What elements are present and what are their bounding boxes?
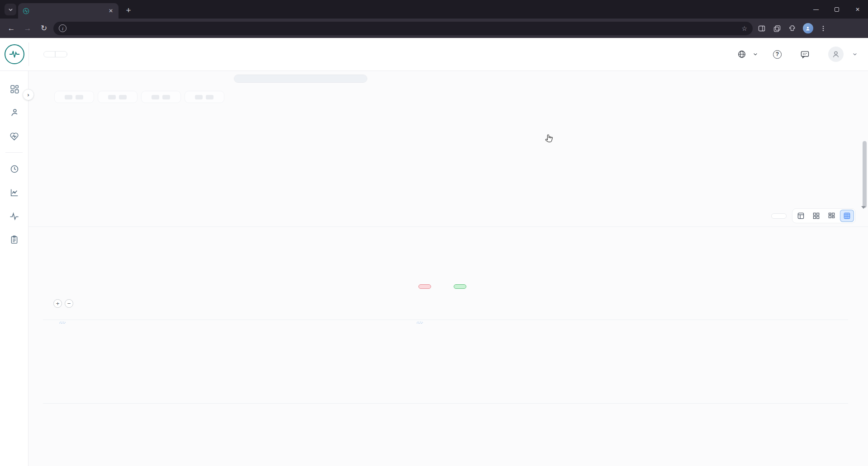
view-grid-mosaic-button[interactable] [825, 210, 839, 222]
event-cards-grid [373, 75, 856, 204]
user-avatar-icon [828, 47, 844, 62]
tab-close-icon[interactable]: ✕ [107, 7, 115, 15]
app-logo-heart-pulse-icon [5, 44, 24, 64]
reset-button[interactable] [418, 284, 431, 289]
language-selector[interactable] [738, 50, 758, 58]
chevron-down-icon [8, 7, 13, 12]
clipboard-icon [9, 235, 19, 245]
ecg-waveform [50, 239, 848, 310]
sidebar-collapse-button[interactable]: › [23, 89, 34, 100]
zoom-out-button[interactable]: − [65, 299, 73, 308]
patients-icon [9, 108, 19, 118]
day1-label [59, 322, 66, 324]
reload-button[interactable]: ↻ [37, 22, 51, 35]
view-grid-3x3-button[interactable] [840, 210, 854, 222]
bookmark-star-icon[interactable]: ☆ [741, 25, 747, 32]
sidebar-item-reports[interactable] [0, 228, 28, 251]
ecg-pulse-icon [9, 211, 19, 221]
clock-icon [9, 164, 19, 174]
grid-3x3-icon [844, 212, 850, 219]
side-panel-icon[interactable] [755, 22, 768, 35]
address-bar[interactable]: i ☆ [53, 22, 753, 35]
sidebar-item-patients[interactable] [0, 101, 28, 124]
extensions-icon[interactable] [786, 22, 799, 35]
view-grid-2x2-button[interactable] [809, 210, 823, 222]
dashboard-icon [9, 84, 19, 94]
forward-button[interactable]: → [21, 22, 34, 35]
hr-overview-chart[interactable] [43, 320, 848, 404]
sidebar-divider [5, 152, 23, 153]
ecg-strip-section: + − [28, 226, 868, 313]
stats-panel [50, 75, 228, 223]
save-button[interactable] [454, 284, 466, 289]
table-header [234, 75, 367, 82]
back-button[interactable]: ← [5, 22, 18, 35]
chevron-down-icon [853, 52, 857, 56]
app-favicon-heart-pulse-icon [23, 8, 29, 14]
browser-toolbar: ← → ↻ i ☆ [0, 19, 868, 38]
question-icon: ? [773, 50, 782, 59]
event-cards-panel [373, 75, 856, 223]
browser-tabstrip: ✕ + — ✕ [0, 0, 868, 19]
feedback-chat-icon [801, 51, 809, 58]
day2-label [417, 322, 423, 324]
site-info-icon[interactable]: i [59, 24, 66, 32]
grid-mosaic-icon [828, 212, 835, 219]
browser-tab[interactable]: ✕ [18, 3, 119, 19]
subtype-placeholders [50, 91, 228, 103]
globe-icon [738, 50, 746, 58]
patient-meta [43, 51, 67, 57]
sidebar-item-ecg[interactable] [0, 204, 28, 228]
scrollbar-thumb[interactable] [863, 141, 867, 208]
user-menu[interactable] [828, 47, 857, 62]
events-table-panel [234, 75, 367, 223]
app-header: ? [0, 38, 868, 71]
trends-chart-icon [9, 188, 19, 198]
view-table-layout-button[interactable] [794, 210, 808, 222]
new-tab-button[interactable]: + [122, 4, 135, 17]
guide-button[interactable]: ? [773, 50, 785, 59]
window-close-button[interactable]: ✕ [847, 0, 868, 19]
menu-kebab-icon[interactable] [817, 22, 830, 35]
feedback-button[interactable] [801, 51, 813, 58]
chevron-down-icon [753, 52, 758, 56]
sidebar: › [0, 71, 28, 466]
zoom-in-button[interactable]: + [53, 299, 62, 308]
window-maximize-button[interactable] [826, 0, 847, 19]
mouse-cursor [545, 134, 554, 145]
sidebar-item-heart-monitor[interactable] [0, 124, 28, 148]
beat-annotations [50, 229, 848, 239]
browser-chrome: ✕ + — ✕ ← → ↻ i ☆ [0, 0, 868, 38]
rhythm-distribution-bar [50, 79, 228, 82]
sidebar-item-trends[interactable] [0, 181, 28, 204]
table-layout-icon [797, 212, 804, 219]
ecg-strip[interactable]: + − [50, 239, 848, 310]
grid-page-indicator [771, 213, 787, 219]
tabs-icon[interactable] [771, 22, 783, 35]
sidebar-item-history[interactable] [0, 157, 28, 181]
grid-2x2-icon [813, 212, 820, 219]
view-switcher [792, 208, 856, 223]
heart-pulse-icon [9, 131, 19, 141]
scrollbar-down-arrow[interactable] [861, 206, 866, 209]
tab-search-button[interactable] [5, 4, 16, 15]
window-minimize-button[interactable]: — [806, 0, 826, 19]
profile-avatar[interactable] [802, 22, 814, 35]
overview-waveform [43, 320, 848, 403]
